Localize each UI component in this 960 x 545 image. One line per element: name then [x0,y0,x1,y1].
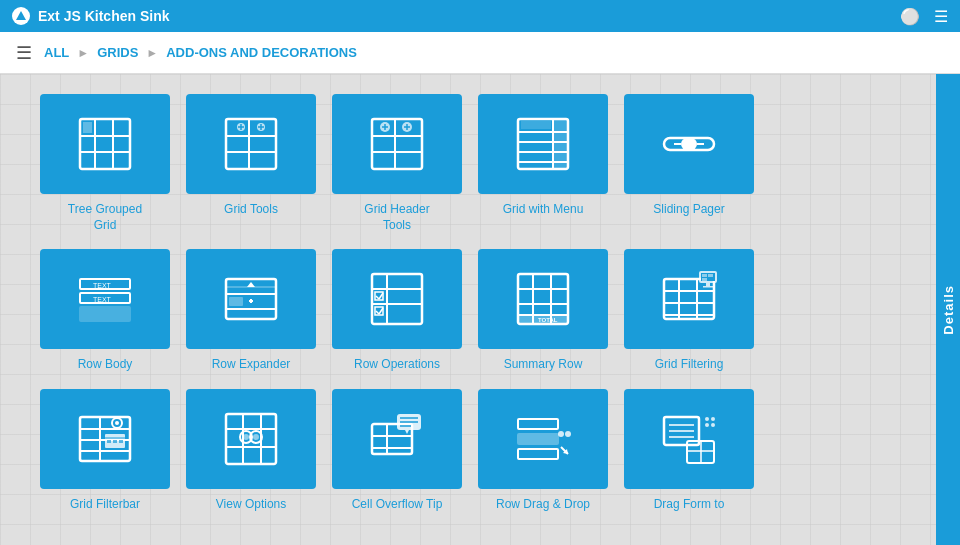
app-title: Ext JS Kitchen Sink [38,8,169,24]
card-sliding-pager[interactable]: Sliding Pager [624,94,754,233]
svg-rect-80 [703,286,713,288]
card-label-grid-with-menu: Grid with Menu [503,202,584,218]
svg-point-129 [705,417,709,421]
card-icon-grid-filterbar [40,389,170,489]
card-icon-sliding-pager [624,94,754,194]
svg-text:TEXT: TEXT [93,296,112,303]
svg-rect-43 [80,307,130,321]
card-label-grid-tools: Grid Tools [224,202,278,218]
card-grid-with-menu[interactable]: Grid with Menu [478,94,608,233]
svg-rect-81 [702,274,707,277]
card-grid-filtering[interactable]: Grid Filtering [624,249,754,373]
card-label-tree-grouped-grid: Tree GroupedGrid [68,202,142,233]
card-icon-grid-tools [186,94,316,194]
card-label-row-body: Row Body [78,357,133,373]
card-label-row-operations: Row Operations [354,357,440,373]
card-icon-tree-grouped-grid [40,94,170,194]
sidebar-right-label: Details [941,285,956,335]
svg-rect-32 [521,121,551,129]
svg-point-118 [558,431,564,437]
card-summary-row[interactable]: TOTAL Summary Row [478,249,608,373]
card-icon-drag-form-to [624,389,754,489]
svg-rect-79 [706,283,710,286]
menu-icon[interactable]: ☰ [934,7,948,26]
card-icon-grid-header-tools [332,94,462,194]
cards-grid: Tree GroupedGrid [40,94,896,512]
svg-rect-17 [372,119,422,169]
card-icon-summary-row: TOTAL [478,249,608,349]
svg-point-104 [253,434,259,440]
card-label-cell-overflow-tip: Cell Overflow Tip [352,497,443,513]
svg-rect-47 [229,297,243,306]
svg-rect-93 [119,440,123,443]
svg-rect-91 [107,440,111,443]
svg-point-131 [705,423,709,427]
svg-marker-111 [405,430,409,434]
card-icon-row-body: TEXT TEXT [40,249,170,349]
card-tree-grouped-grid[interactable]: Tree GroupedGrid [40,94,170,233]
card-label-grid-filtering: Grid Filtering [655,357,724,373]
svg-marker-49 [247,282,255,287]
breadcrumb-all[interactable]: ALL [44,45,69,60]
breadcrumb-menu-icon[interactable]: ☰ [16,42,32,64]
app-header: Ext JS Kitchen Sink ⚪ ☰ [0,0,960,32]
svg-point-95 [115,421,119,425]
svg-rect-92 [113,440,117,443]
svg-rect-83 [702,278,707,281]
breadcrumb-sep-1: ► [77,46,89,60]
card-grid-filterbar[interactable]: Grid Filterbar [40,389,170,513]
card-label-row-expander: Row Expander [212,357,291,373]
sidebar-right: Details [936,74,960,545]
breadcrumb: ☰ ALL ► GRIDS ► ADD-ONS AND DECORATIONS [0,32,960,74]
card-icon-row-expander [186,249,316,349]
svg-text:TEXT: TEXT [93,282,112,289]
header-left: Ext JS Kitchen Sink [12,7,169,25]
card-grid-tools[interactable]: Grid Tools [186,94,316,233]
card-label-grid-filterbar: Grid Filterbar [70,497,140,513]
card-label-row-drag-drop: Row Drag & Drop [496,497,590,513]
content-area: Tree GroupedGrid [0,74,936,545]
card-label-summary-row: Summary Row [504,357,583,373]
breadcrumb-sep-2: ► [146,46,158,60]
card-cell-overflow-tip[interactable]: Cell Overflow Tip [332,389,462,513]
card-icon-grid-filtering [624,249,754,349]
card-row-drag-drop[interactable]: Row Drag & Drop [478,389,608,513]
header-right: ⚪ ☰ [900,7,948,26]
card-icon-grid-with-menu [478,94,608,194]
breadcrumb-current: ADD-ONS AND DECORATIONS [166,45,357,60]
card-icon-row-drag-drop [478,389,608,489]
globe-icon[interactable]: ⚪ [900,7,920,26]
svg-rect-7 [226,119,276,169]
svg-rect-116 [518,434,558,444]
svg-point-132 [711,423,715,427]
card-icon-cell-overflow-tip [332,389,462,489]
card-label-grid-header-tools: Grid HeaderTools [364,202,429,233]
card-row-operations[interactable]: Row Operations [332,249,462,373]
card-grid-header-tools[interactable]: Grid HeaderTools [332,94,462,233]
breadcrumb-grids[interactable]: GRIDS [97,45,138,60]
svg-rect-36 [681,138,697,150]
svg-marker-0 [16,11,26,20]
svg-point-130 [711,417,715,421]
app-logo [12,7,30,25]
card-row-body[interactable]: TEXT TEXT Row Body [40,249,170,373]
card-row-expander[interactable]: Row Expander [186,249,316,373]
card-drag-form-to[interactable]: Drag Form to [624,389,754,513]
card-label-view-options: View Options [216,497,286,513]
card-icon-view-options [186,389,316,489]
card-label-sliding-pager: Sliding Pager [653,202,724,218]
svg-rect-82 [708,274,713,277]
card-view-options[interactable]: View Options [186,389,316,513]
card-icon-row-operations [332,249,462,349]
svg-rect-33 [553,119,568,169]
main-area: Tree GroupedGrid [0,74,960,545]
svg-point-102 [243,434,249,440]
svg-text:TOTAL: TOTAL [538,317,558,323]
svg-rect-117 [518,449,558,459]
card-label-drag-form-to: Drag Form to [654,497,725,513]
svg-rect-115 [518,419,558,429]
svg-point-119 [565,431,571,437]
svg-rect-6 [83,122,92,133]
